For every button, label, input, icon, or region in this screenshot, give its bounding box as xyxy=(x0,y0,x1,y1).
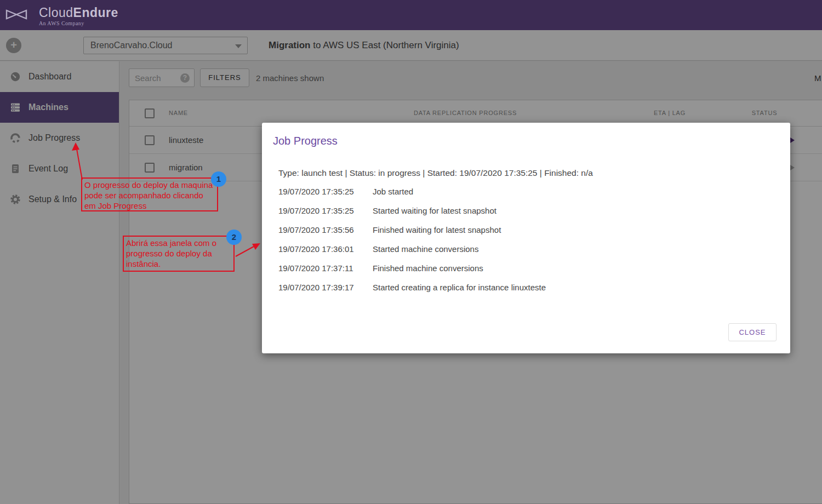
log-timestamp: 19/07/2020 17:39:17 xyxy=(278,283,373,292)
log-entry: 19/07/2020 17:35:25Started waiting for l… xyxy=(278,201,546,220)
log-timestamp: 19/07/2020 17:35:56 xyxy=(278,225,373,234)
log-timestamp: 19/07/2020 17:37:11 xyxy=(278,264,373,273)
log-message: Job started xyxy=(373,187,413,196)
log-entry: 19/07/2020 17:35:25Job started xyxy=(278,182,546,201)
top-brand-bar: CloudEndure An AWS Company xyxy=(0,0,822,30)
log-message: Started waiting for latest snapshot xyxy=(373,206,496,215)
log-message: Finished machine conversions xyxy=(373,264,483,273)
brand-subtitle: An AWS Company xyxy=(39,21,118,26)
job-progress-modal: Job Progress Type: launch test | Status:… xyxy=(262,123,790,353)
close-button[interactable]: CLOSE xyxy=(728,323,777,341)
annotation-note-1: O progresso do deploy da maquina pode se… xyxy=(81,177,218,211)
annotation-note-2: Abrirá essa janela com o progresso do de… xyxy=(123,236,235,272)
bowtie-logo-icon xyxy=(5,7,28,23)
modal-title: Job Progress xyxy=(273,135,338,147)
job-log: 19/07/2020 17:35:25Job started 19/07/202… xyxy=(278,182,546,297)
log-timestamp: 19/07/2020 17:36:01 xyxy=(278,244,373,254)
cloudendure-console: CloudEndure An AWS Company + BrenoCarvah… xyxy=(0,0,822,504)
annotation-step-1-badge: 1 xyxy=(211,171,226,187)
log-entry: 19/07/2020 17:35:56Finished waiting for … xyxy=(278,220,546,239)
cloudendure-logo: CloudEndure An AWS Company xyxy=(5,7,118,26)
annotation-step-2-badge: 2 xyxy=(226,230,242,245)
log-entry: 19/07/2020 17:37:11Finished machine conv… xyxy=(278,259,546,278)
brand-name: CloudEndure xyxy=(39,5,118,20)
log-message: Started machine conversions xyxy=(373,244,478,254)
log-entry: 19/07/2020 17:39:17Started creating a re… xyxy=(278,278,546,297)
job-summary-line: Type: launch test | Status: in progress … xyxy=(278,168,593,178)
log-message: Finished waiting for latest snapshot xyxy=(373,225,501,234)
log-message: Started creating a replica for instance … xyxy=(373,283,546,292)
log-entry: 19/07/2020 17:36:01Started machine conve… xyxy=(278,239,546,259)
log-timestamp: 19/07/2020 17:35:25 xyxy=(278,187,373,196)
log-timestamp: 19/07/2020 17:35:25 xyxy=(278,206,373,215)
